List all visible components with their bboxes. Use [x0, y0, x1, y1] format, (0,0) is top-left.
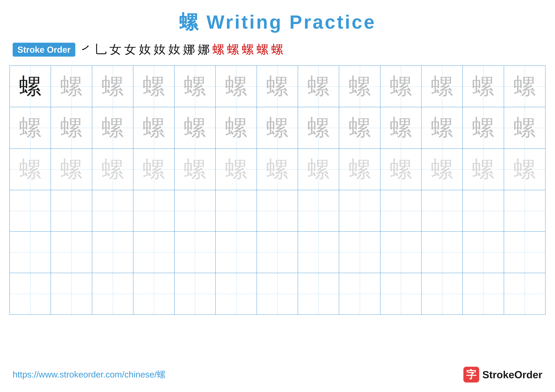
footer: https://www.strokeorder.com/chinese/螺 字 …: [0, 367, 555, 383]
grid-cell[interactable]: [10, 190, 51, 231]
grid-cell[interactable]: 螺: [216, 149, 257, 190]
grid-cell[interactable]: 螺: [463, 107, 504, 148]
grid-cell[interactable]: [92, 273, 133, 314]
grid-cell[interactable]: [257, 232, 298, 273]
stroke-step-1: ㇒: [80, 42, 92, 57]
grid-cell[interactable]: [175, 232, 216, 273]
grid-cell[interactable]: 螺: [51, 149, 92, 190]
grid-row-3: 螺 螺 螺 螺 螺 螺 螺 螺 螺 螺 螺 螺 螺: [10, 149, 545, 190]
grid-cell[interactable]: [51, 273, 92, 314]
page-title: 螺 Writing Practice: [0, 0, 555, 35]
grid-cell[interactable]: 螺: [422, 66, 463, 107]
stroke-step-14: 螺: [271, 42, 283, 57]
stroke-step-11: 螺: [227, 42, 239, 57]
grid-cell[interactable]: [422, 273, 463, 314]
grid-cell[interactable]: 螺: [422, 149, 463, 190]
grid-cell[interactable]: [216, 232, 257, 273]
footer-logo-text: StrokeOrder: [482, 369, 542, 381]
grid-row-6: [10, 273, 545, 314]
grid-cell[interactable]: 螺: [380, 149, 422, 190]
grid-cell[interactable]: [10, 273, 51, 314]
grid-cell[interactable]: [463, 232, 504, 273]
grid-cell[interactable]: 螺: [422, 107, 463, 148]
stroke-step-7: 奻: [168, 42, 180, 57]
grid-cell[interactable]: 螺: [51, 107, 92, 148]
grid-cell[interactable]: 螺: [339, 107, 380, 148]
grid-cell[interactable]: [463, 190, 504, 231]
grid-cell[interactable]: 螺: [133, 66, 175, 107]
strokeorder-logo-icon: 字: [463, 367, 479, 383]
grid-cell[interactable]: 螺: [504, 107, 545, 148]
grid-cell[interactable]: 螺: [10, 107, 51, 148]
stroke-step-12: 螺: [242, 42, 254, 57]
practice-grid: 螺 螺 螺 螺 螺 螺 螺 螺 螺 螺 螺 螺 螺 螺 螺 螺 螺 螺 螺 螺 …: [9, 65, 546, 315]
grid-cell[interactable]: [133, 273, 175, 314]
grid-cell[interactable]: [504, 273, 545, 314]
grid-cell[interactable]: 螺: [10, 149, 51, 190]
stroke-step-6: 奻: [154, 42, 166, 57]
grid-cell[interactable]: 螺: [257, 66, 298, 107]
grid-cell[interactable]: 螺: [133, 149, 175, 190]
grid-cell[interactable]: [298, 273, 339, 314]
grid-cell[interactable]: [504, 190, 545, 231]
stroke-step-4: 女: [124, 42, 136, 57]
grid-cell[interactable]: [422, 232, 463, 273]
grid-cell[interactable]: 螺: [216, 66, 257, 107]
grid-cell[interactable]: 螺: [133, 107, 175, 148]
grid-cell[interactable]: [51, 232, 92, 273]
grid-cell[interactable]: [216, 190, 257, 231]
grid-cell[interactable]: [339, 232, 380, 273]
grid-cell[interactable]: 螺: [257, 107, 298, 148]
grid-cell[interactable]: 螺: [380, 107, 422, 148]
grid-cell[interactable]: 螺: [339, 149, 380, 190]
grid-cell[interactable]: 螺: [380, 66, 422, 107]
grid-cell[interactable]: [92, 232, 133, 273]
grid-cell[interactable]: 螺: [463, 149, 504, 190]
grid-cell[interactable]: 螺: [51, 66, 92, 107]
grid-cell[interactable]: 螺: [298, 66, 339, 107]
stroke-step-10: 螺: [212, 42, 224, 57]
grid-cell[interactable]: 螺: [298, 107, 339, 148]
grid-cell[interactable]: 螺: [257, 149, 298, 190]
grid-cell[interactable]: 螺: [298, 149, 339, 190]
grid-cell[interactable]: 螺: [92, 107, 133, 148]
grid-cell[interactable]: 螺: [504, 149, 545, 190]
grid-cell[interactable]: [339, 273, 380, 314]
grid-cell[interactable]: [380, 190, 422, 231]
grid-cell[interactable]: [298, 232, 339, 273]
grid-cell[interactable]: 螺: [175, 66, 216, 107]
grid-cell[interactable]: [257, 273, 298, 314]
stroke-step-8: 娜: [183, 42, 195, 57]
grid-cell[interactable]: [380, 232, 422, 273]
grid-row-1: 螺 螺 螺 螺 螺 螺 螺 螺 螺 螺 螺 螺 螺: [10, 66, 545, 107]
grid-cell[interactable]: [422, 190, 463, 231]
footer-logo: 字 StrokeOrder: [463, 367, 542, 383]
grid-cell[interactable]: [92, 190, 133, 231]
grid-cell[interactable]: 螺: [339, 66, 380, 107]
grid-cell[interactable]: [175, 190, 216, 231]
stroke-sequence: ㇒ 乚 女 女 奻 奻 奻 娜 娜 螺 螺 螺 螺 螺: [80, 42, 283, 57]
grid-cell[interactable]: 螺: [175, 107, 216, 148]
stroke-step-9: 娜: [198, 42, 210, 57]
grid-cell[interactable]: [51, 190, 92, 231]
grid-cell[interactable]: 螺: [92, 66, 133, 107]
grid-cell[interactable]: 螺: [10, 66, 51, 107]
grid-cell[interactable]: [133, 190, 175, 231]
grid-cell[interactable]: 螺: [175, 149, 216, 190]
grid-cell[interactable]: [298, 190, 339, 231]
grid-cell[interactable]: [216, 273, 257, 314]
grid-cell[interactable]: 螺: [92, 149, 133, 190]
grid-cell[interactable]: [504, 232, 545, 273]
grid-cell[interactable]: [257, 190, 298, 231]
grid-cell[interactable]: [339, 190, 380, 231]
grid-row-5: [10, 232, 545, 273]
grid-cell[interactable]: [133, 232, 175, 273]
grid-cell[interactable]: [10, 232, 51, 273]
footer-url[interactable]: https://www.strokeorder.com/chinese/螺: [13, 369, 166, 380]
grid-cell[interactable]: 螺: [463, 66, 504, 107]
grid-cell[interactable]: [175, 273, 216, 314]
grid-cell[interactable]: [380, 273, 422, 314]
grid-cell[interactable]: [463, 273, 504, 314]
grid-cell[interactable]: 螺: [504, 66, 545, 107]
grid-cell[interactable]: 螺: [216, 107, 257, 148]
